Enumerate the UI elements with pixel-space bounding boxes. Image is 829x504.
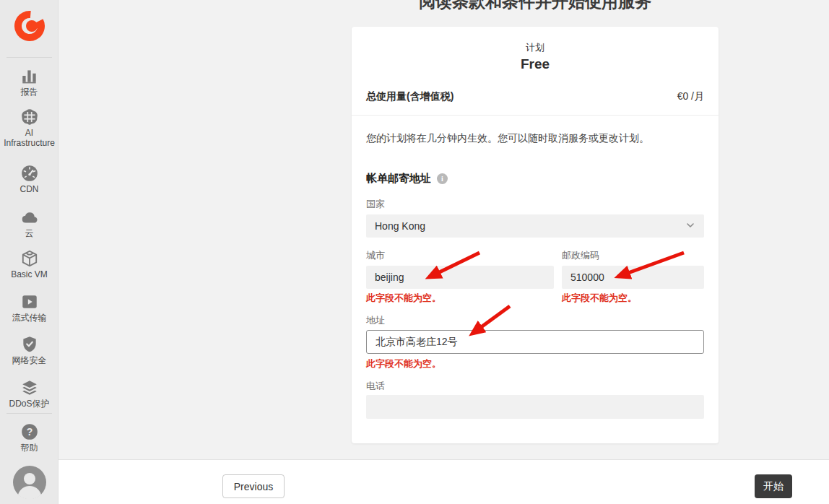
sidebar-item-label: 报告 bbox=[0, 87, 58, 97]
play-icon bbox=[20, 292, 39, 311]
gcore-logo-icon[interactable] bbox=[0, 10, 58, 45]
sidebar-divider bbox=[6, 57, 52, 58]
address-error: 此字段不能为空。 bbox=[366, 357, 441, 370]
address-input[interactable] bbox=[366, 330, 704, 354]
city-label: 城市 bbox=[366, 249, 385, 262]
total-usage-label: 总使用量(含增值税) bbox=[366, 90, 453, 103]
start-button[interactable]: 开始 bbox=[755, 474, 792, 498]
help-icon: ? bbox=[20, 422, 39, 441]
chevron-down-icon bbox=[685, 220, 695, 233]
plan-name: Free bbox=[352, 56, 719, 72]
sidebar-divider bbox=[6, 413, 52, 414]
sidebar-item-label: 流式传输 bbox=[0, 313, 58, 323]
page-title: 阅读条款和条件并开始使用服务 bbox=[352, 0, 719, 13]
card-divider bbox=[352, 115, 719, 116]
sidebar-item-help[interactable]: ? 帮助 bbox=[0, 422, 58, 453]
postal-code-error: 此字段不能为空。 bbox=[562, 292, 637, 305]
sidebar-item-label: CDN bbox=[0, 184, 58, 194]
footer-bar: Previous 开始 bbox=[58, 459, 829, 504]
sidebar-item-streaming[interactable]: 流式传输 bbox=[0, 292, 58, 323]
sidebar-item-label: DDoS保护 bbox=[0, 399, 58, 409]
bar-chart-icon bbox=[20, 66, 39, 85]
cloud-icon bbox=[20, 208, 39, 227]
sidebar-item-cloud[interactable]: 云 bbox=[0, 208, 58, 238]
sidebar: 报告 AI Infrastructure bbox=[0, 0, 58, 504]
user-avatar[interactable] bbox=[0, 465, 58, 503]
phone-input[interactable] bbox=[366, 395, 704, 419]
ai-chip-icon bbox=[20, 108, 39, 126]
phone-label: 电话 bbox=[366, 380, 385, 393]
sidebar-item-basic-vm[interactable]: Basic VM bbox=[0, 249, 58, 279]
svg-text:?: ? bbox=[26, 426, 32, 438]
postal-code-input[interactable] bbox=[562, 266, 704, 289]
billing-address-heading-row: 帐单邮寄地址 i bbox=[366, 172, 448, 186]
country-select[interactable]: Hong Kong bbox=[366, 214, 704, 238]
sidebar-item-reports[interactable]: 报告 bbox=[0, 66, 58, 97]
city-input[interactable] bbox=[366, 266, 554, 289]
total-usage-value: €0 /月 bbox=[677, 90, 704, 103]
address-label: 地址 bbox=[366, 314, 385, 327]
billing-address-heading: 帐单邮寄地址 bbox=[366, 172, 431, 186]
sidebar-item-web-security[interactable]: 网络安全 bbox=[0, 335, 58, 365]
sidebar-item-label: AI Infrastructure bbox=[0, 128, 58, 148]
previous-button[interactable]: Previous bbox=[222, 474, 285, 498]
sidebar-item-label: 网络安全 bbox=[0, 355, 58, 365]
sidebar-item-label: 云 bbox=[0, 228, 58, 238]
sidebar-item-cdn[interactable]: CDN bbox=[0, 164, 58, 194]
cube-icon bbox=[20, 249, 39, 268]
plan-note: 您的计划将在几分钟内生效。您可以随时取消服务或更改计划。 bbox=[366, 132, 704, 145]
sidebar-item-label: Basic VM bbox=[0, 269, 58, 279]
info-icon[interactable]: i bbox=[437, 173, 448, 184]
avatar-icon bbox=[12, 465, 47, 500]
plan-label: 计划 bbox=[352, 41, 719, 54]
shield-check-icon bbox=[20, 335, 39, 354]
gauge-icon bbox=[20, 164, 39, 183]
city-error: 此字段不能为空。 bbox=[366, 292, 441, 305]
app-window: 报告 AI Infrastructure bbox=[0, 0, 829, 504]
country-select-value: Hong Kong bbox=[375, 220, 425, 232]
country-label: 国家 bbox=[366, 198, 385, 211]
postal-code-label: 邮政编码 bbox=[562, 249, 599, 262]
sidebar-item-ddos-protection[interactable]: DDoS保护 bbox=[0, 378, 58, 409]
sidebar-item-ai-infrastructure[interactable]: AI Infrastructure bbox=[0, 108, 58, 148]
sidebar-item-label: 帮助 bbox=[0, 443, 58, 453]
plan-card: 计划 Free 总使用量(含增值税) €0 /月 您的计划将在几分钟内生效。您可… bbox=[352, 27, 719, 443]
layers-icon bbox=[20, 378, 39, 397]
